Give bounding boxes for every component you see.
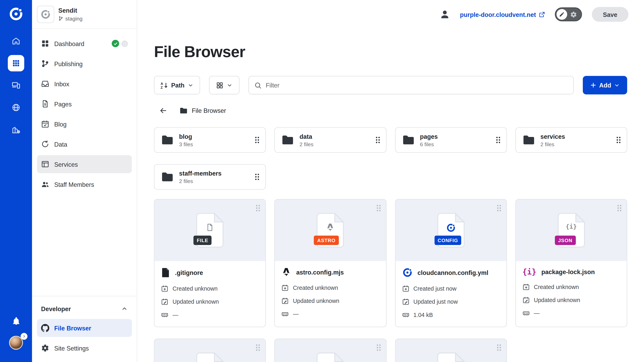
svg-text:Z: Z xyxy=(160,85,162,89)
notifications-button[interactable] xyxy=(8,313,24,329)
sidebar-item-data[interactable]: Data xyxy=(37,135,132,153)
drag-handle[interactable] xyxy=(375,136,380,144)
created-date-icon xyxy=(161,285,168,292)
breadcrumb: File Browser xyxy=(154,105,627,116)
file-info: cloudcannon.config.yml Created just now … xyxy=(395,261,506,327)
folder-card-data[interactable]: data2 files xyxy=(274,127,386,153)
file-type-badge: CONFIG xyxy=(434,236,461,245)
sidebar-item-publishing[interactable]: Publishing xyxy=(37,54,132,73)
file-card-partial[interactable] xyxy=(395,339,507,362)
folder-card-blog[interactable]: blog3 files xyxy=(154,127,266,153)
file-grid-next-row xyxy=(154,339,627,362)
folder-icon xyxy=(161,172,174,182)
sidebar-item-staff-members[interactable]: Staff Members xyxy=(37,175,132,193)
sidebar: Sendit staging Dashboard Publishing xyxy=(32,0,137,362)
workspace-switcher[interactable]: Sendit staging xyxy=(32,0,137,29)
rail-apps-button[interactable] xyxy=(8,55,24,71)
visitor-icon[interactable] xyxy=(440,9,450,20)
file-card-partial[interactable] xyxy=(274,339,386,362)
updated-date-icon xyxy=(522,296,530,304)
file-card-cloudcannon-config[interactable]: CONFIG cloudcannon.config.yml Created ju… xyxy=(395,199,507,327)
cloudcannon-logo[interactable] xyxy=(8,6,24,22)
drag-handle[interactable] xyxy=(496,136,500,144)
drag-handle[interactable] xyxy=(256,204,260,212)
sidebar-item-blog[interactable]: Blog xyxy=(37,115,132,133)
site-logo xyxy=(37,6,54,23)
folder-icon xyxy=(522,135,535,145)
page-content: File Browser AZ Path Add xyxy=(137,29,644,362)
file-card-gitignore[interactable]: FILE .gitignore Created unknown Updated … xyxy=(154,199,266,327)
view-toggle-button[interactable] xyxy=(209,76,240,94)
breadcrumb-root[interactable]: File Browser xyxy=(180,107,226,114)
updated-date-icon xyxy=(161,298,168,306)
file-size-icon xyxy=(281,310,289,318)
sidebar-nav: Dashboard Publishing Inbox Pages Blo xyxy=(32,29,137,193)
svg-text:A: A xyxy=(160,81,163,85)
grid-view-icon xyxy=(216,81,224,89)
branch-icon xyxy=(58,16,63,21)
rail-nav xyxy=(8,33,24,138)
drag-handle[interactable] xyxy=(616,136,621,144)
rail-globe-button[interactable] xyxy=(8,99,24,116)
drag-handle[interactable] xyxy=(255,136,260,144)
save-button[interactable]: Save xyxy=(592,7,628,22)
environment: staging xyxy=(58,15,82,22)
rail-builds-button[interactable] xyxy=(8,121,24,138)
updated-date-icon xyxy=(402,298,409,306)
developer-label: Developer xyxy=(41,305,71,312)
file-size-icon xyxy=(402,311,409,319)
live-site-link[interactable]: purple-door.cloudvent.net xyxy=(460,11,545,18)
file-card-partial[interactable] xyxy=(154,339,266,362)
rail-devices-button[interactable] xyxy=(8,77,24,94)
sort-button[interactable]: AZ Path xyxy=(154,76,200,94)
github-icon xyxy=(41,324,49,332)
blog-icon xyxy=(41,120,49,128)
back-button[interactable] xyxy=(158,105,169,116)
app: Sendit staging Dashboard Publishing xyxy=(0,0,644,362)
folder-card-services[interactable]: services2 files xyxy=(516,127,627,153)
drag-handle[interactable] xyxy=(496,344,501,351)
sidebar-item-file-browser[interactable]: File Browser xyxy=(37,319,132,337)
sidebar-item-dashboard[interactable]: Dashboard xyxy=(37,34,132,52)
astro-icon xyxy=(281,267,291,277)
top-bar: purple-door.cloudvent.net Save xyxy=(137,0,644,29)
bell-icon xyxy=(12,317,20,325)
drag-handle[interactable] xyxy=(376,204,381,212)
add-button[interactable]: Add xyxy=(583,76,627,94)
file-glyph xyxy=(437,353,464,362)
dashboard-icon xyxy=(41,39,49,48)
cloudcannon-config-icon xyxy=(402,267,412,278)
drag-handle[interactable] xyxy=(617,204,622,212)
sidebar-item-pages[interactable]: Pages xyxy=(37,95,132,113)
chevron-right-icon xyxy=(22,335,26,338)
sidebar-item-site-settings[interactable]: Site Settings xyxy=(37,339,132,357)
file-preview: FILE xyxy=(154,200,266,261)
filter-input[interactable] xyxy=(266,82,568,89)
sidebar-item-label: Dashboard xyxy=(54,40,84,47)
sidebar-item-inbox[interactable]: Inbox xyxy=(37,75,132,93)
created-date-icon xyxy=(522,283,530,291)
main-area: purple-door.cloudvent.net Save File Brow… xyxy=(137,0,644,362)
folder-icon xyxy=(180,107,188,114)
developer-section-toggle[interactable]: Developer xyxy=(37,301,132,317)
inbox-icon xyxy=(41,80,49,88)
folder-card-pages[interactable]: pages6 files xyxy=(395,127,507,153)
filter-field xyxy=(248,76,574,94)
drag-handle[interactable] xyxy=(496,204,501,212)
file-card-package-lock[interactable]: {i} JSON {i} package-lock.json Created u… xyxy=(516,199,627,327)
drag-handle[interactable] xyxy=(256,344,260,351)
avatar-expand-button[interactable] xyxy=(20,333,28,340)
file-card-astro-config[interactable]: ASTRO astro.config.mjs Created unknown U… xyxy=(274,199,386,327)
file-info: {i} package-lock.json Created unknown Up… xyxy=(516,261,627,325)
rail-home-button[interactable] xyxy=(8,33,24,49)
drag-handle[interactable] xyxy=(255,173,260,181)
sidebar-item-services[interactable]: Services xyxy=(37,155,132,173)
edit-mode-toggle[interactable] xyxy=(555,7,582,21)
folder-card-staff-members[interactable]: staff-members2 files xyxy=(154,164,266,190)
file-info: astro.config.mjs Created unknown Updated… xyxy=(275,261,386,326)
drag-handle[interactable] xyxy=(376,344,381,351)
file-preview xyxy=(275,339,386,362)
file-icon xyxy=(161,267,170,278)
rail-bottom xyxy=(8,313,24,350)
file-preview xyxy=(395,339,506,362)
